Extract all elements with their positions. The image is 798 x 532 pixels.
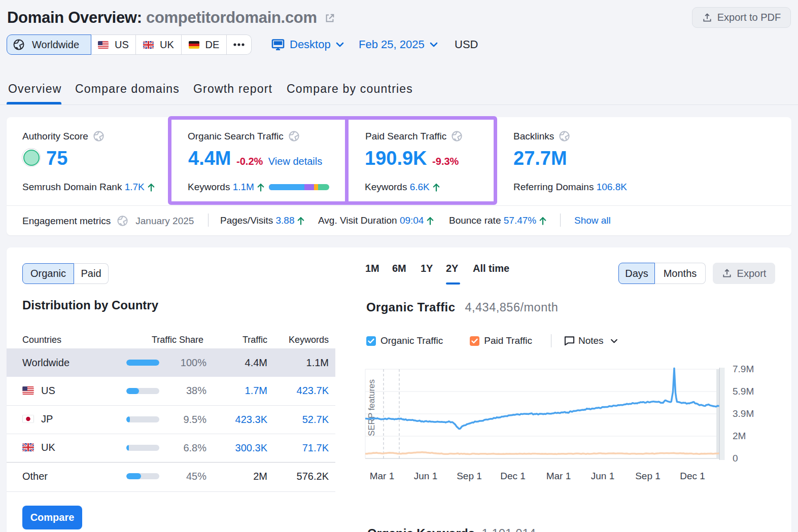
svg-text:7.9M: 7.9M xyxy=(733,364,754,374)
svg-text:SERP features: SERP features xyxy=(367,379,376,436)
svg-text:Jun 1: Jun 1 xyxy=(414,471,437,481)
svg-text:Sep 1: Sep 1 xyxy=(635,471,661,481)
svg-text:2M: 2M xyxy=(733,431,746,441)
svg-text:0: 0 xyxy=(733,453,738,464)
svg-text:5.9M: 5.9M xyxy=(733,386,754,397)
svg-text:Jun 1: Jun 1 xyxy=(591,471,614,481)
svg-text:Dec 1: Dec 1 xyxy=(680,471,705,481)
svg-text:Dec 1: Dec 1 xyxy=(500,471,526,481)
svg-text:Mar 1: Mar 1 xyxy=(370,471,395,481)
svg-text:Mar 1: Mar 1 xyxy=(546,471,571,481)
svg-text:Sep 1: Sep 1 xyxy=(457,471,482,481)
svg-text:3.9M: 3.9M xyxy=(733,408,754,419)
